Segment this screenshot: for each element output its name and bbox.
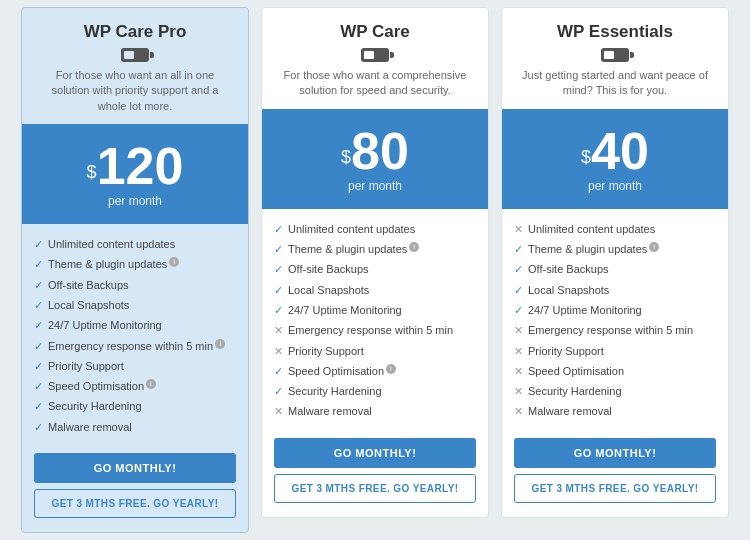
check-icon: ✓ [514, 283, 523, 297]
feature-item: ✓24/7 Uptime Monitoring [274, 300, 476, 320]
check-icon: ✓ [34, 257, 43, 271]
battery-icon [121, 48, 149, 62]
plan-subtitle: For those who want a comprehensive solut… [278, 68, 472, 99]
check-icon: ✓ [34, 359, 43, 373]
feature-item: ✕Unlimited content updates [514, 219, 716, 239]
feature-item: ✓24/7 Uptime Monitoring [514, 300, 716, 320]
currency-symbol: $ [581, 146, 591, 166]
feature-item: ✓Speed Optimisationi [274, 361, 476, 381]
feature-item: ✕Malware removal [274, 401, 476, 421]
feature-item: ✕Emergency response within 5 min [274, 320, 476, 340]
feature-label: Local Snapshots [288, 283, 369, 297]
go-monthly-button[interactable]: GO MONTHLY! [34, 453, 236, 483]
check-icon: ✓ [34, 420, 43, 434]
pricing-table: WP Care ProFor those who want an all in … [0, 0, 750, 540]
feature-item: ✓Off-site Backups [34, 275, 236, 295]
go-monthly-button[interactable]: GO MONTHLY! [274, 438, 476, 468]
feature-item: ✓Unlimited content updates [34, 234, 236, 254]
feature-label: Emergency response within 5 min [48, 339, 213, 353]
plan-header: WP Care ProFor those who want an all in … [22, 8, 248, 124]
feature-item: ✓Priority Support [34, 356, 236, 376]
feature-item: ✓Theme & plugin updatesi [34, 254, 236, 274]
feature-item: ✓Local Snapshots [274, 280, 476, 300]
feature-label: 24/7 Uptime Monitoring [528, 303, 642, 317]
plan-features-list: ✕Unlimited content updates✓Theme & plugi… [502, 209, 728, 430]
feature-label: Priority Support [528, 344, 604, 358]
info-icon[interactable]: i [169, 257, 179, 267]
cross-icon: ✕ [514, 364, 523, 378]
plan-header: WP EssentialsJust getting started and wa… [502, 8, 728, 109]
price-period: per month [512, 179, 718, 193]
info-icon[interactable]: i [146, 379, 156, 389]
info-icon[interactable]: i [215, 339, 225, 349]
plan-subtitle: Just getting started and want peace of m… [518, 68, 712, 99]
plan-title: WP Essentials [518, 22, 712, 42]
cross-icon: ✕ [274, 404, 283, 418]
plan-price-block: $40per month [502, 109, 728, 209]
plan-title: WP Care Pro [38, 22, 232, 42]
price-period: per month [272, 179, 478, 193]
check-icon: ✓ [34, 339, 43, 353]
feature-label: Speed Optimisation [288, 364, 384, 378]
feature-label: Speed Optimisation [48, 379, 144, 393]
feature-label: Theme & plugin updates [528, 242, 647, 256]
cross-icon: ✕ [514, 404, 523, 418]
feature-item: ✓Emergency response within 5 mini [34, 336, 236, 356]
go-yearly-button[interactable]: GET 3 MTHS FREE. GO YEARLY! [34, 489, 236, 518]
cross-icon: ✕ [514, 323, 523, 337]
feature-item: ✓Security Hardening [274, 381, 476, 401]
feature-item: ✓Local Snapshots [34, 295, 236, 315]
feature-label: Security Hardening [48, 399, 142, 413]
plan-subtitle: For those who want an all in one solutio… [38, 68, 232, 114]
plan-buttons: GO MONTHLY!GET 3 MTHS FREE. GO YEARLY! [502, 430, 728, 517]
feature-label: Unlimited content updates [528, 222, 655, 236]
feature-item: ✓Theme & plugin updatesi [514, 239, 716, 259]
go-monthly-button[interactable]: GO MONTHLY! [514, 438, 716, 468]
check-icon: ✓ [514, 303, 523, 317]
price-period: per month [32, 194, 238, 208]
check-icon: ✓ [274, 384, 283, 398]
feature-label: Off-site Backups [288, 262, 369, 276]
check-icon: ✓ [514, 242, 523, 256]
price-amount: 40 [591, 122, 649, 180]
feature-item: ✓24/7 Uptime Monitoring [34, 315, 236, 335]
feature-label: Malware removal [48, 420, 132, 434]
check-icon: ✓ [34, 237, 43, 251]
feature-label: Security Hardening [528, 384, 622, 398]
plan-wp-care: WP CareFor those who want a comprehensiv… [261, 7, 489, 518]
plan-buttons: GO MONTHLY!GET 3 MTHS FREE. GO YEARLY! [262, 430, 488, 517]
plan-title: WP Care [278, 22, 472, 42]
go-yearly-button[interactable]: GET 3 MTHS FREE. GO YEARLY! [274, 474, 476, 503]
plan-buttons: GO MONTHLY!GET 3 MTHS FREE. GO YEARLY! [22, 445, 248, 532]
currency-symbol: $ [87, 162, 97, 182]
check-icon: ✓ [34, 379, 43, 393]
feature-label: Malware removal [528, 404, 612, 418]
feature-label: Off-site Backups [48, 278, 129, 292]
plan-features-list: ✓Unlimited content updates✓Theme & plugi… [22, 224, 248, 445]
feature-item: ✕Priority Support [514, 341, 716, 361]
feature-item: ✕Emergency response within 5 min [514, 320, 716, 340]
check-icon: ✓ [274, 262, 283, 276]
go-yearly-button[interactable]: GET 3 MTHS FREE. GO YEARLY! [514, 474, 716, 503]
plan-wp-essentials: WP EssentialsJust getting started and wa… [501, 7, 729, 518]
feature-label: Theme & plugin updates [288, 242, 407, 256]
feature-item: ✓Speed Optimisationi [34, 376, 236, 396]
price-amount: 80 [351, 122, 409, 180]
feature-label: Priority Support [288, 344, 364, 358]
feature-label: Emergency response within 5 min [288, 323, 453, 337]
feature-label: Off-site Backups [528, 262, 609, 276]
feature-label: Emergency response within 5 min [528, 323, 693, 337]
check-icon: ✓ [514, 262, 523, 276]
plan-price-block: $120per month [22, 124, 248, 224]
info-icon[interactable]: i [649, 242, 659, 252]
info-icon[interactable]: i [409, 242, 419, 252]
cross-icon: ✕ [274, 323, 283, 337]
feature-label: Priority Support [48, 359, 124, 373]
feature-item: ✓Unlimited content updates [274, 219, 476, 239]
price-amount: 120 [97, 137, 184, 195]
plan-header: WP CareFor those who want a comprehensiv… [262, 8, 488, 109]
cross-icon: ✕ [514, 384, 523, 398]
check-icon: ✓ [274, 283, 283, 297]
info-icon[interactable]: i [386, 364, 396, 374]
feature-label: 24/7 Uptime Monitoring [288, 303, 402, 317]
